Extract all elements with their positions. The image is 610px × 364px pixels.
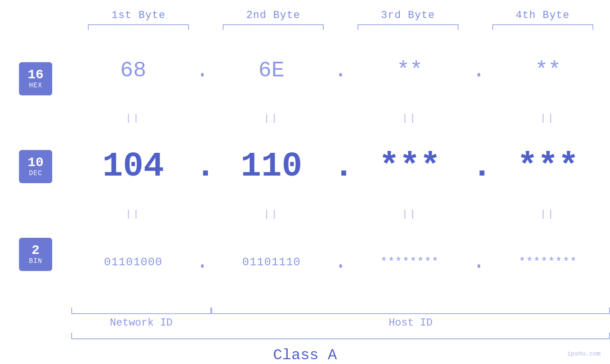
network-bracket	[71, 308, 211, 314]
eq-1-1: ||	[71, 113, 195, 124]
bracket-line-4	[492, 24, 593, 30]
dec-cell-3: ***	[348, 147, 472, 186]
eq-1-4: ||	[486, 113, 610, 124]
dec-num: 10	[28, 156, 44, 169]
bin-num: 2	[32, 244, 40, 257]
dec-badge: 10 DEC	[19, 150, 52, 183]
hex-val-2: 6E	[258, 58, 284, 83]
hex-val-4: **	[535, 58, 561, 83]
class-label: Class A	[0, 346, 610, 364]
hex-cell-4: **	[486, 58, 610, 83]
overall-bracket	[71, 333, 610, 339]
dec-row: 104 . 110 . *** . ***	[71, 126, 610, 207]
hex-dot-3: .	[472, 58, 486, 83]
bin-dot-1: .	[195, 250, 209, 274]
bracket-4	[475, 24, 610, 30]
eq-1-2: ||	[209, 113, 333, 124]
byte-header-4: 4th Byte	[475, 9, 610, 21]
bracket-line-2	[223, 24, 324, 30]
hex-row: 68 . 6E . ** . **	[71, 30, 610, 112]
dec-cell-4: ***	[486, 147, 610, 186]
bin-base: BIN	[29, 257, 42, 265]
bin-cell-2: 01101110	[209, 256, 333, 269]
dec-cell-2: 110	[209, 147, 333, 186]
eq-2-2: ||	[209, 209, 333, 220]
top-brackets	[0, 24, 610, 30]
watermark: ipshu.com	[567, 350, 601, 357]
hex-cell-2: 6E	[209, 58, 333, 83]
bin-dot-3: .	[472, 250, 486, 274]
dec-dot-2: .	[334, 147, 348, 186]
host-bracket	[211, 308, 610, 314]
hex-base: HEX	[29, 82, 42, 89]
dec-val-3: ***	[379, 147, 441, 186]
bracket-line-3	[357, 24, 459, 30]
labels-column: 16 HEX 10 DEC 2 BIN	[0, 30, 71, 303]
hex-dot-2: .	[334, 58, 348, 83]
dec-val-4: ***	[517, 147, 579, 186]
bracket-1	[71, 24, 206, 30]
hex-num: 16	[28, 68, 44, 82]
bin-val-3: ********	[381, 256, 439, 269]
bin-cell-1: 01101000	[71, 256, 195, 269]
dec-base: DEC	[29, 169, 42, 177]
bin-cell-3: ********	[348, 256, 472, 269]
bin-dot-2: .	[334, 250, 348, 274]
bin-val-2: 01101110	[242, 256, 300, 269]
eq-1-3: ||	[348, 113, 472, 124]
eq-2-3: ||	[348, 209, 472, 220]
bin-badge: 2 BIN	[19, 238, 52, 271]
equals-row-1: || || || ||	[71, 112, 610, 126]
dec-dot-3: .	[472, 147, 486, 186]
bottom-labels: Network ID Host ID	[71, 317, 610, 329]
equals-row-2: || || || ||	[71, 207, 610, 221]
byte-headers: 1st Byte 2nd Byte 3rd Byte 4th Byte	[0, 9, 610, 21]
dec-val-2: 110	[241, 147, 302, 186]
byte-header-1: 1st Byte	[71, 9, 206, 21]
bracket-2	[206, 24, 341, 30]
bin-cell-4: ********	[486, 256, 610, 269]
bracket-line-1	[88, 24, 189, 30]
bin-val-4: ********	[519, 256, 577, 269]
byte-header-3: 3rd Byte	[341, 9, 476, 21]
bin-val-1: 01101000	[104, 256, 162, 269]
eq-2-1: ||	[71, 209, 195, 220]
bracket-3	[341, 24, 476, 30]
hex-cell-3: **	[348, 58, 472, 83]
hex-val-1: 68	[120, 58, 146, 83]
dec-val-1: 104	[103, 147, 164, 186]
hex-dot-1: .	[195, 58, 209, 83]
host-id-label: Host ID	[211, 317, 610, 329]
hex-cell-1: 68	[71, 58, 195, 83]
eq-2-4: ||	[486, 209, 610, 220]
hex-val-3: **	[397, 58, 423, 83]
bottom-brackets	[71, 308, 610, 314]
dec-dot-1: .	[195, 147, 209, 186]
bottom-section: Network ID Host ID	[0, 308, 610, 339]
bin-row: 01101000 . 01101110 . ******** . *******…	[71, 221, 610, 303]
byte-header-2: 2nd Byte	[206, 9, 341, 21]
dec-cell-1: 104	[71, 147, 195, 186]
network-id-label: Network ID	[71, 317, 211, 329]
hex-badge: 16 HEX	[19, 62, 52, 95]
main-container: 1st Byte 2nd Byte 3rd Byte 4th Byte 16 H…	[0, 0, 610, 364]
